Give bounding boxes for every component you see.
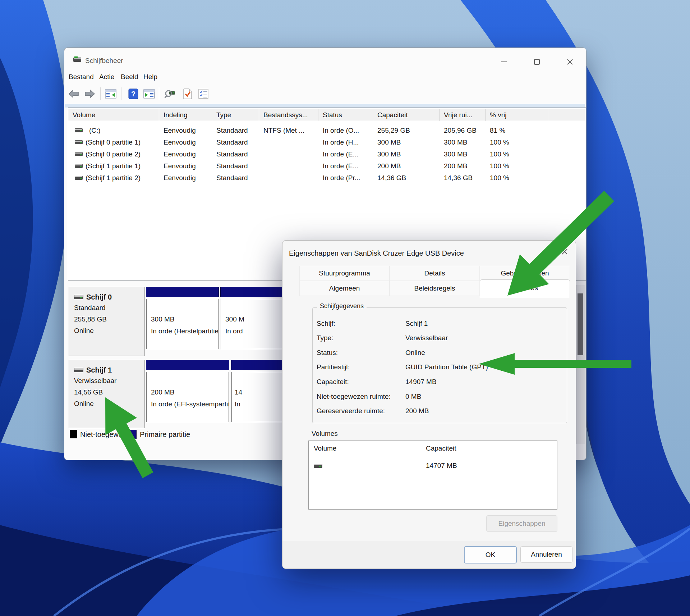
panel-left-icon[interactable] [105, 88, 116, 100]
field-label-schijf: Schijf: [317, 320, 335, 328]
eigenschappen-button[interactable]: Eigenschappen [486, 515, 557, 532]
vollist-row-capaciteit[interactable]: 14707 MB [426, 462, 457, 470]
table-row[interactable]: (Schijf 1 partitie 1) Eenvoudig Standaar… [68, 160, 585, 172]
field-label-partitiestijl: Partitiestijl: [317, 363, 350, 371]
disk-name: Schijf 0 [86, 293, 112, 301]
cell-indeling: Eenvoudig [164, 160, 196, 172]
cell-type: Standaard [216, 160, 248, 172]
cell-pct-vrij: 100 % [490, 148, 509, 160]
volume-drive-icon [75, 163, 83, 169]
cell-indeling: Eenvoudig [164, 136, 196, 148]
window-title: Schijfbeheer [85, 57, 123, 65]
vollist-header-capaciteit[interactable]: Capaciteit [426, 444, 456, 452]
disk1-partition1[interactable]: 200 MB In orde (EFI-systeempartiti [146, 360, 229, 428]
menu-bestand[interactable]: Bestand [69, 73, 94, 81]
table-row[interactable]: (Schijf 1 partitie 2) Eenvoudig Standaar… [68, 172, 585, 184]
tab-details[interactable]: Details [390, 266, 480, 281]
cell-type: Standaard [216, 172, 248, 184]
column-header-vrije-ruimte[interactable]: Vrije rui... [440, 109, 486, 121]
field-label-niet-toegewezen: Niet-toegewezen ruimte: [317, 393, 391, 401]
minimize-button[interactable] [498, 56, 510, 67]
volume-drive-icon [75, 151, 83, 157]
field-value-status: Online [405, 349, 425, 357]
disk0-partition1[interactable]: 300 MB In orde (Herstelpartitie [146, 287, 219, 356]
partition-body: 200 MB In orde (EFI-systeempartiti [146, 372, 229, 422]
cell-volume: (Schijf 0 partitie 1) [86, 136, 141, 148]
field-value-schijf: Schijf 1 [405, 320, 428, 328]
legend-label-unallocated: Niet-toegewezen [80, 430, 134, 439]
disk-status: Online [74, 400, 94, 408]
cell-indeling: Eenvoudig [164, 124, 196, 136]
column-header-pct-vrij[interactable]: % vrij [486, 109, 548, 121]
cell-status: In orde (H... [323, 136, 369, 148]
partition-color-band [146, 287, 219, 297]
close-icon[interactable] [560, 247, 569, 256]
table-row[interactable]: (Schijf 0 partitie 2) Eenvoudig Standaar… [68, 148, 585, 160]
column-header-type[interactable]: Type [212, 109, 259, 121]
legend-swatch-primary [128, 430, 137, 439]
close-icon[interactable] [564, 56, 576, 67]
toolbar-highlight-strip [65, 104, 585, 108]
help-icon[interactable]: ? [128, 88, 139, 100]
groupbox-label: Schijfgegevens [317, 302, 367, 310]
tab-beleidsregels[interactable]: Beleidsregels [390, 281, 480, 296]
tab-volumes[interactable]: Volumes [480, 279, 570, 298]
cell-volume: (C:) [89, 124, 101, 136]
properties-dialog: Eigenschappen van SanDisk Cruzer Edge US… [282, 240, 576, 569]
search-disk-icon[interactable] [164, 88, 176, 100]
back-icon[interactable] [68, 88, 79, 100]
cancel-button[interactable]: Annuleren [520, 546, 572, 563]
ok-button[interactable]: OK [464, 546, 517, 563]
column-header-capaciteit[interactable]: Capaciteit [373, 109, 440, 121]
cell-pct-vrij: 100 % [490, 172, 509, 184]
disk0-info-box[interactable]: Schijf 0 Standaard 255,88 GB Online [69, 287, 145, 356]
checkmark-document-icon[interactable] [182, 88, 193, 100]
disk1-info-box[interactable]: Schijf 1 Verwisselbaar 14,56 GB Online [69, 360, 145, 428]
volume-drive-icon [75, 175, 83, 181]
disk-size: 14,56 GB [74, 388, 103, 396]
menu-beeld[interactable]: Beeld [121, 73, 138, 81]
cell-vrije-ruimte: 200 MB [444, 160, 467, 172]
cell-capaciteit: 255,29 GB [377, 124, 410, 136]
menu-actie[interactable]: Actie [99, 73, 114, 81]
column-header-status[interactable]: Status [318, 109, 373, 121]
disk-icon [74, 294, 83, 300]
tasklist-icon[interactable] [198, 88, 209, 100]
cell-type: Standaard [216, 148, 248, 160]
disk0-partition2[interactable]: 300 M In ord [220, 287, 291, 356]
cell-vrije-ruimte: 300 MB [444, 136, 467, 148]
desktop: Schijfbeheer Bestand Actie Beeld Help [0, 0, 690, 616]
partition-body: 300 MB In orde (Herstelpartitie [146, 299, 218, 349]
partition-body: 300 M In ord [221, 299, 290, 349]
disk-type: Verwisselbaar [74, 377, 116, 385]
dialog-title: Eigenschappen van SanDisk Cruzer Edge US… [289, 249, 464, 257]
panel-right-icon[interactable] [143, 88, 155, 100]
legend-label-primary: Primaire partitie [140, 430, 190, 439]
volumes-section-label: Volumes [312, 430, 338, 438]
column-header-indeling[interactable]: Indeling [159, 109, 212, 121]
cell-indeling: Eenvoudig [164, 148, 196, 160]
maximize-button[interactable] [531, 56, 543, 67]
table-row[interactable]: (Schijf 0 partitie 1) Eenvoudig Standaar… [68, 136, 585, 148]
scrollbar-thumb[interactable] [578, 293, 583, 355]
field-label-type: Type: [317, 334, 333, 342]
partition-color-band [220, 287, 291, 297]
field-value-partitiestijl: GUID Partition Table (GPT) [405, 363, 488, 371]
partition-status: In [235, 400, 240, 408]
table-row[interactable]: (C:) Eenvoudig Standaard NTFS (Met ... I… [68, 124, 585, 136]
column-header-volume[interactable]: Volume [68, 109, 159, 121]
disk-status: Online [74, 327, 94, 335]
tab-gebeurtenissen[interactable]: Gebeurtenissen [480, 266, 570, 281]
vertical-scrollbar[interactable] [576, 285, 585, 444]
toolbar: ? [64, 84, 585, 104]
vollist-header-volume[interactable]: Volume [314, 444, 336, 452]
cell-capaciteit: 200 MB [377, 160, 401, 172]
forward-icon[interactable] [84, 88, 96, 100]
cell-status: In orde (E... [323, 160, 369, 172]
tab-stuurprogramma[interactable]: Stuurprogramma [299, 266, 390, 281]
cell-indeling: Eenvoudig [164, 172, 196, 184]
cell-status: In orde (Pr... [323, 172, 369, 184]
menu-help[interactable]: Help [143, 73, 157, 81]
column-header-bestandssysteem[interactable]: Bestandssys... [259, 109, 318, 121]
tab-algemeen[interactable]: Algemeen [299, 281, 390, 296]
